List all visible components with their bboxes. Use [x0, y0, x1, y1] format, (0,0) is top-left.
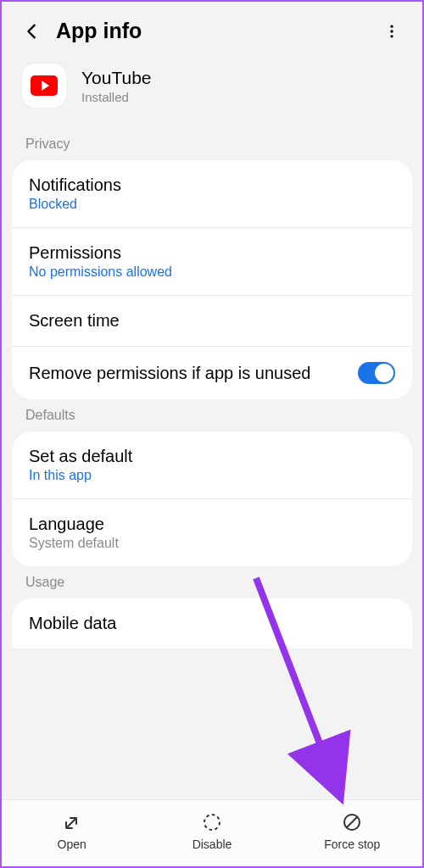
- app-summary: YouTube Installed: [2, 57, 422, 128]
- force-stop-icon: [342, 812, 362, 832]
- screen-time-item[interactable]: Screen time: [12, 296, 412, 347]
- force-stop-button[interactable]: Force stop: [282, 812, 422, 851]
- disable-icon: [202, 812, 222, 832]
- section-label-defaults: Defaults: [2, 399, 422, 431]
- svg-line-5: [347, 817, 357, 827]
- remove-permissions-toggle[interactable]: [358, 362, 395, 384]
- open-button[interactable]: Open: [2, 812, 142, 851]
- permissions-item[interactable]: Permissions No permissions allowed: [12, 228, 412, 296]
- svg-point-3: [204, 815, 220, 830]
- remove-permissions-item[interactable]: Remove permissions if app is unused: [12, 347, 412, 399]
- bottom-bar: Open Disable Force stop: [2, 799, 422, 866]
- app-name: YouTube: [81, 68, 152, 88]
- page-title: App info: [56, 19, 368, 43]
- section-label-usage: Usage: [2, 566, 422, 598]
- svg-point-2: [390, 35, 393, 37]
- disable-button[interactable]: Disable: [142, 812, 282, 851]
- svg-point-0: [390, 25, 393, 27]
- more-button[interactable]: [382, 21, 402, 42]
- usage-card: Mobile data: [12, 598, 412, 648]
- notifications-item[interactable]: Notifications Blocked: [12, 160, 412, 228]
- svg-point-1: [390, 30, 393, 32]
- mobile-data-item[interactable]: Mobile data: [12, 598, 412, 648]
- more-vertical-icon: [383, 23, 400, 40]
- chevron-left-icon: [23, 22, 42, 41]
- privacy-card: Notifications Blocked Permissions No per…: [12, 160, 412, 399]
- open-icon: [62, 812, 82, 832]
- set-as-default-item[interactable]: Set as default In this app: [12, 431, 412, 499]
- youtube-icon: [31, 75, 58, 96]
- app-status: Installed: [81, 90, 152, 104]
- back-button[interactable]: [22, 21, 42, 42]
- header: App info: [2, 2, 422, 57]
- language-item[interactable]: Language System default: [12, 499, 412, 566]
- defaults-card: Set as default In this app Language Syst…: [12, 431, 412, 566]
- app-icon: [22, 64, 66, 108]
- section-label-privacy: Privacy: [2, 128, 422, 160]
